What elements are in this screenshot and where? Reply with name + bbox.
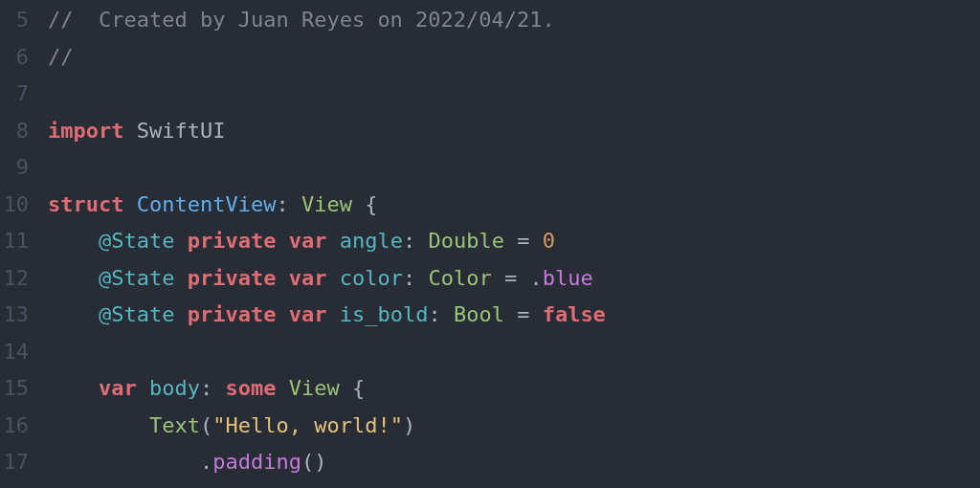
brace: {: [365, 192, 377, 216]
line-number: 16: [0, 408, 29, 445]
line-number: 12: [0, 260, 29, 298]
colon: :: [403, 229, 415, 253]
line-number: 14: [0, 334, 29, 371]
number-literal: 0: [543, 229, 555, 253]
equals: =: [504, 266, 517, 290]
type-name: Color: [428, 266, 491, 290]
module-name: SwiftUI: [137, 119, 226, 143]
code-line: import SwiftUI: [48, 113, 980, 150]
parens: (): [301, 450, 327, 474]
line-number: 11: [0, 223, 29, 260]
keyword-struct: struct: [48, 192, 123, 216]
enum-case: blue: [543, 266, 593, 290]
keyword-import: import: [48, 119, 123, 143]
equals: =: [517, 229, 529, 253]
code-line: Text("Hello, world!"): [48, 408, 980, 445]
brace: {: [352, 376, 365, 400]
keyword-var: var: [289, 229, 327, 253]
paren-close: ): [403, 413, 415, 437]
attribute-state: @State: [99, 302, 174, 326]
attribute-state: @State: [99, 229, 174, 253]
code-line: // Created by Juan Reyes on 2022/04/21.: [48, 2, 980, 39]
dot: .: [529, 266, 542, 290]
code-line: [48, 334, 980, 371]
line-number: 5: [0, 2, 29, 39]
colon: :: [428, 302, 440, 326]
dot: .: [200, 450, 212, 474]
string-literal: "Hello, world!": [212, 413, 403, 437]
var-name: color: [340, 266, 403, 290]
protocol-name: View: [301, 192, 352, 216]
equals: =: [517, 302, 529, 326]
line-number: 9: [0, 149, 29, 187]
code-line: [48, 76, 980, 113]
code-line: struct ContentView: View {: [48, 187, 980, 224]
type-name: View: [289, 376, 340, 400]
method-call: padding: [212, 450, 301, 474]
colon: :: [276, 192, 288, 216]
code-line: @State private var is_bold: Bool = false: [48, 297, 980, 334]
code-line: var body: some View {: [48, 370, 980, 408]
colon: :: [403, 266, 415, 290]
keyword-var: var: [99, 376, 137, 400]
keyword-var: var: [289, 302, 327, 326]
code-line: //: [48, 39, 980, 77]
var-name: is_bold: [340, 302, 429, 326]
line-number-gutter: 5 6 7 8 9 10 11 12 13 14 15 16 17: [0, 0, 40, 488]
code-line: @State private var color: Color = .blue: [48, 260, 980, 298]
comment-text: Created by Juan Reyes on 2022/04/21.: [99, 8, 555, 32]
code-line: .padding(): [48, 444, 980, 481]
line-number: 7: [0, 76, 29, 113]
struct-name: ContentView: [137, 192, 277, 216]
var-name: angle: [340, 229, 403, 253]
line-number: 17: [0, 444, 29, 481]
keyword-private: private: [188, 266, 277, 290]
attribute-state: @State: [99, 266, 174, 290]
bool-literal: false: [543, 302, 606, 326]
line-number: 8: [0, 113, 29, 150]
type-name: Bool: [454, 302, 504, 326]
line-number: 10: [0, 187, 29, 224]
function-call: Text: [149, 413, 200, 437]
code-editor[interactable]: // Created by Juan Reyes on 2022/04/21. …: [40, 0, 980, 488]
line-number: 6: [0, 39, 29, 77]
keyword-var: var: [289, 266, 327, 290]
var-name: body: [149, 376, 200, 400]
code-line: [48, 149, 980, 187]
comment-prefix: //: [48, 8, 99, 32]
keyword-private: private: [188, 229, 277, 253]
line-number: 13: [0, 297, 29, 334]
comment-prefix: //: [48, 45, 74, 69]
keyword-some: some: [225, 376, 276, 400]
keyword-private: private: [188, 302, 277, 326]
colon: :: [200, 376, 212, 400]
line-number: 15: [0, 370, 29, 408]
code-line: @State private var angle: Double = 0: [48, 223, 980, 260]
type-name: Double: [428, 229, 503, 253]
paren-open: (: [200, 413, 212, 437]
